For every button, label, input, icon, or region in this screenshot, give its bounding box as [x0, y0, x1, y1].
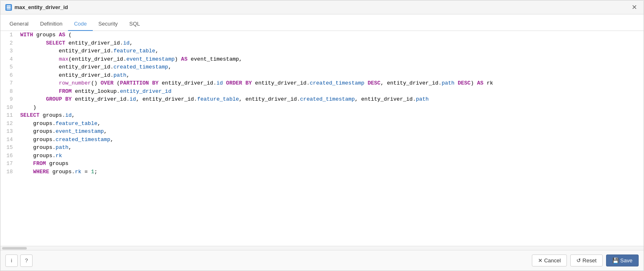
line-number: 9	[0, 95, 17, 104]
db-icon	[5, 4, 12, 11]
tab-sql[interactable]: SQL	[124, 17, 146, 31]
line-code: WITH groups AS (	[17, 31, 644, 39]
line-number: 7	[0, 79, 17, 87]
line-number: 11	[0, 111, 17, 120]
footer-right-buttons: ✕ Cancel ↺ Reset 💾 Save	[532, 255, 639, 266]
window-title: max_entity_driver_id	[14, 4, 68, 10]
table-row: 14 groups.created_timestamp,	[0, 136, 644, 144]
horizontal-scrollbar-thumb[interactable]	[2, 247, 27, 250]
line-number: 4	[0, 55, 17, 64]
line-number: 17	[0, 160, 17, 168]
line-code: FROM groups	[17, 160, 644, 168]
table-row: 11SELECT groups.id,	[0, 111, 644, 120]
svg-rect-1	[7, 7, 11, 8]
tab-code[interactable]: Code	[68, 17, 92, 31]
line-number: 5	[0, 63, 17, 71]
line-code: entity_driver_id.created_timestamp,	[17, 63, 644, 71]
line-number: 15	[0, 144, 17, 152]
line-number: 16	[0, 152, 17, 160]
footer: i ? ✕ Cancel ↺ Reset 💾 Save	[0, 250, 644, 271]
line-number: 3	[0, 47, 17, 55]
table-row: 15 groups.path,	[0, 144, 644, 152]
tab-definition[interactable]: Definition	[34, 17, 68, 31]
table-row: 7 row_number() OVER (PARTITION BY entity…	[0, 79, 644, 87]
line-code: groups.rk	[17, 152, 644, 160]
line-code: max(entity_driver_id.event_timestamp) AS…	[17, 55, 644, 64]
title-bar: max_entity_driver_id ✕	[0, 0, 644, 14]
table-row: 13 groups.event_timestamp,	[0, 127, 644, 136]
line-number: 6	[0, 71, 17, 80]
line-code: groups.path,	[17, 144, 644, 152]
line-code: groups.created_timestamp,	[17, 136, 644, 144]
cancel-button[interactable]: ✕ Cancel	[532, 255, 567, 266]
table-row: 18 WHERE groups.rk = 1;	[0, 168, 644, 176]
table-row: 5 entity_driver_id.created_timestamp,	[0, 63, 644, 71]
line-code: entity_driver_id.feature_table,	[17, 47, 644, 55]
line-code: entity_driver_id.path,	[17, 71, 644, 80]
table-row: 10 )	[0, 104, 644, 112]
line-code: WHERE groups.rk = 1;	[17, 168, 644, 176]
line-number: 1	[0, 31, 17, 39]
line-number: 18	[0, 168, 17, 176]
save-button[interactable]: 💾 Save	[606, 255, 639, 266]
reset-button[interactable]: ↺ Reset	[570, 255, 603, 266]
table-row: 8 FROM entity_lookup.entity_driver_id	[0, 87, 644, 96]
table-row: 1WITH groups AS (	[0, 31, 644, 39]
line-code: )	[17, 104, 644, 112]
line-code: row_number() OVER (PARTITION BY entity_d…	[17, 79, 644, 87]
line-code: groups.event_timestamp,	[17, 127, 644, 136]
line-number: 14	[0, 136, 17, 144]
line-code: groups.feature_table,	[17, 120, 644, 128]
tabs-bar: General Definition Code Security SQL	[0, 14, 644, 31]
code-table: 1WITH groups AS (2 SELECT entity_driver_…	[0, 31, 644, 176]
line-number: 8	[0, 87, 17, 96]
line-code: SELECT entity_driver_id.id,	[17, 39, 644, 47]
table-row: 6 entity_driver_id.path,	[0, 71, 644, 80]
table-row: 4 max(entity_driver_id.event_timestamp) …	[0, 55, 644, 64]
code-editor[interactable]: 1WITH groups AS (2 SELECT entity_driver_…	[0, 31, 644, 246]
line-code: FROM entity_lookup.entity_driver_id	[17, 87, 644, 96]
line-number: 10	[0, 104, 17, 112]
title-bar-left: max_entity_driver_id	[5, 4, 68, 11]
svg-rect-2	[7, 9, 11, 9]
close-button[interactable]: ✕	[630, 3, 639, 12]
line-number: 2	[0, 39, 17, 47]
table-row: 12 groups.feature_table,	[0, 120, 644, 128]
line-code: GROUP BY entity_driver_id.id, entity_dri…	[17, 95, 644, 104]
dialog-window: max_entity_driver_id ✕ General Definitio…	[0, 0, 644, 271]
table-row: 3 entity_driver_id.feature_table,	[0, 47, 644, 55]
table-row: 9 GROUP BY entity_driver_id.id, entity_d…	[0, 95, 644, 104]
table-row: 16 groups.rk	[0, 152, 644, 160]
tab-general[interactable]: General	[4, 17, 34, 31]
line-number: 13	[0, 127, 17, 136]
footer-left-buttons: i ?	[5, 255, 33, 267]
table-row: 17 FROM groups	[0, 160, 644, 168]
tab-security[interactable]: Security	[93, 17, 124, 31]
svg-rect-0	[7, 5, 11, 7]
line-code: SELECT groups.id,	[17, 111, 644, 120]
table-row: 2 SELECT entity_driver_id.id,	[0, 39, 644, 47]
horizontal-scrollbar-area[interactable]	[0, 246, 644, 250]
info-button[interactable]: i	[5, 255, 18, 267]
help-button[interactable]: ?	[20, 255, 33, 267]
line-number: 12	[0, 120, 17, 128]
